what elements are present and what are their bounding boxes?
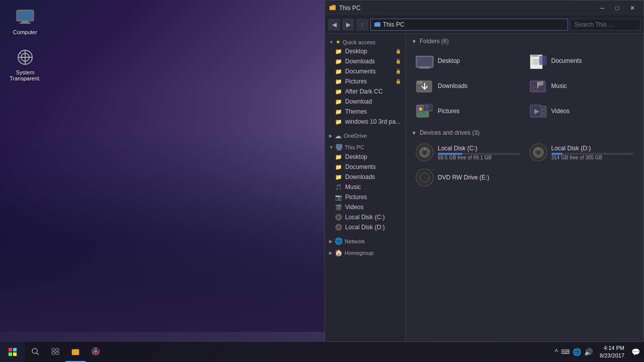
- taskbar-tray: ^ ⌨ 🌐 🔊 4:14 PM 8/23/2017 💬: [554, 344, 644, 360]
- drives-section-header[interactable]: ▼ Devices and drives (3): [412, 129, 637, 136]
- taskbar: ^ ⌨ 🌐 🔊 4:14 PM 8/23/2017 💬: [0, 342, 644, 362]
- system-transparent-icon[interactable]: System Transparent.: [5, 45, 45, 83]
- show-hidden-button[interactable]: ^: [554, 348, 558, 356]
- svg-rect-29: [420, 67, 430, 68]
- computer-label: Computer: [13, 29, 37, 35]
- svg-rect-69: [52, 352, 55, 354]
- folder-pictures[interactable]: Pictures: [412, 99, 524, 123]
- folder-icon: [329, 5, 336, 12]
- svg-rect-48: [541, 106, 546, 109]
- folder-videos[interactable]: Videos: [525, 99, 638, 123]
- drive-e-name: DVD RW Drive (E:): [438, 174, 520, 181]
- desktop-label: Desktop: [438, 57, 460, 64]
- music-icon-sidebar: 🎵: [335, 184, 342, 191]
- address-bar: ◀ ▶ ↑ This PC: [325, 16, 643, 34]
- volume-tray-icon[interactable]: 🔊: [584, 348, 593, 356]
- sidebar-this-pc-downloads[interactable]: 📁 Downloads: [325, 172, 405, 182]
- sidebar-after-dark[interactable]: 📁 After Dark CC: [325, 86, 405, 97]
- sidebar-this-pc-desktop[interactable]: 📁 Desktop: [325, 152, 405, 162]
- folders-section-header[interactable]: ▼ Folders (6): [412, 38, 637, 45]
- sidebar-this-pc-videos[interactable]: 🎬 Videos: [325, 202, 405, 212]
- sidebar-downloads[interactable]: 📁 Downloads 🔒: [325, 56, 405, 66]
- file-explorer-taskbar-icon: [71, 347, 79, 355]
- sidebar-pictures[interactable]: 📁 Pictures 🔒: [325, 76, 405, 86]
- network-tray-icon[interactable]: 🌐: [573, 348, 581, 356]
- taskbar-file-explorer[interactable]: [65, 342, 86, 362]
- homegroup-icon: 🏠: [335, 249, 343, 256]
- taskbar-search[interactable]: [25, 342, 45, 362]
- after-dark-icon: 📁: [335, 88, 342, 95]
- svg-line-8: [20, 53, 21, 54]
- drive-e[interactable]: DVD RW Drive (E:): [412, 165, 524, 190]
- drive-d-icon: [529, 143, 547, 161]
- taskbar-chrome[interactable]: [86, 342, 106, 362]
- close-button[interactable]: ✕: [625, 3, 639, 13]
- back-button[interactable]: ◀: [328, 19, 340, 31]
- this-pc-arrow: ▼: [329, 145, 334, 150]
- folder-desktop[interactable]: Desktop: [412, 49, 524, 73]
- svg-point-65: [32, 348, 37, 353]
- taskbar-task-view[interactable]: [45, 342, 65, 362]
- svg-rect-37: [417, 81, 423, 84]
- maximize-button[interactable]: □: [610, 3, 624, 13]
- sidebar-desktop[interactable]: 📁 Desktop 🔒: [325, 46, 405, 56]
- sidebar-this-pc-documents[interactable]: 📁 Documents: [325, 162, 405, 172]
- download-folder-icon: 📁: [335, 99, 342, 105]
- sidebar-local-disk-c[interactable]: Local Disk (C:): [325, 212, 405, 222]
- tray-clock[interactable]: 4:14 PM 8/23/2017: [596, 344, 628, 360]
- disk-d-icon: [335, 224, 342, 231]
- this-pc-icon: [336, 144, 343, 151]
- svg-rect-68: [56, 348, 59, 351]
- address-text: This PC: [383, 21, 405, 28]
- onedrive-header[interactable]: ▶ ☁ OneDrive: [325, 129, 405, 141]
- search-input[interactable]: [570, 19, 640, 31]
- keyboard-icon: ⌨: [561, 348, 570, 355]
- start-button[interactable]: [0, 342, 25, 362]
- drive-d-space: 314 GB free of 365 GB: [551, 155, 634, 160]
- drive-c-info: Local Disk (C:) 69.5 GB free of 99.1 GB: [438, 145, 520, 160]
- svg-point-56: [536, 150, 540, 154]
- svg-point-40: [534, 88, 536, 90]
- folder-music[interactable]: Music: [525, 74, 638, 98]
- minimize-button[interactable]: ─: [595, 3, 609, 13]
- this-pc-header[interactable]: ▼ This PC: [325, 141, 405, 152]
- up-button[interactable]: ↑: [356, 19, 368, 31]
- title-bar-left: This PC: [329, 5, 361, 12]
- drives-label: Devices and drives (3): [420, 129, 479, 136]
- homegroup-header[interactable]: ▶ 🏠 Homegroup: [325, 246, 405, 257]
- svg-rect-27: [417, 57, 432, 66]
- lock-icon-3: 🔒: [395, 79, 401, 84]
- address-field[interactable]: This PC: [370, 19, 568, 31]
- svg-rect-50: [541, 114, 546, 117]
- sidebar-local-disk-d[interactable]: Local Disk (D:): [325, 222, 405, 232]
- drive-d[interactable]: Local Disk (D:) 314 GB free of 365 GB: [525, 140, 638, 164]
- lock-icon-0: 🔒: [395, 49, 401, 54]
- tray-date-text: 8/23/2017: [600, 352, 624, 359]
- drive-c[interactable]: Local Disk (C:) 69.5 GB free of 99.1 GB: [412, 140, 524, 164]
- sidebar-download[interactable]: 📁 Download: [325, 97, 405, 107]
- music-label: Music: [551, 82, 567, 89]
- system-transparent-label: System Transparent.: [7, 69, 43, 81]
- svg-point-57: [537, 149, 539, 150]
- svg-point-53: [423, 150, 427, 154]
- sidebar-this-pc-music[interactable]: 🎵 Music: [325, 182, 405, 192]
- drive-d-name: Local Disk (D:): [551, 145, 634, 152]
- title-bar-controls: ─ □ ✕: [595, 3, 639, 13]
- network-header[interactable]: ▶ 🌐 Network: [325, 234, 405, 246]
- forward-button[interactable]: ▶: [342, 19, 354, 31]
- quick-access-header[interactable]: ▼ ★ Quick access: [325, 36, 405, 46]
- task-view-icon: [51, 347, 59, 355]
- documents-icon-sidebar: 📁: [335, 164, 342, 170]
- folders-grid: Desktop Documents: [412, 49, 637, 123]
- computer-icon[interactable]: Computer: [5, 5, 45, 37]
- folder-documents[interactable]: Documents: [525, 49, 638, 73]
- notification-tray-icon[interactable]: 💬: [631, 348, 640, 356]
- sidebar-documents[interactable]: 📁 Documents 🔒: [325, 66, 405, 76]
- disk-c-icon: [335, 214, 342, 221]
- sidebar-this-pc-pictures[interactable]: 📷 Pictures: [325, 192, 405, 202]
- drive-c-name: Local Disk (C:): [438, 145, 520, 152]
- folder-downloads[interactable]: Downloads: [412, 74, 524, 98]
- sidebar-themes[interactable]: 📁 Themes: [325, 107, 405, 117]
- sidebar-windows10-3rd[interactable]: 📁 windows 10 3rd pa...: [325, 117, 405, 127]
- title-bar: This PC ─ □ ✕: [325, 1, 643, 16]
